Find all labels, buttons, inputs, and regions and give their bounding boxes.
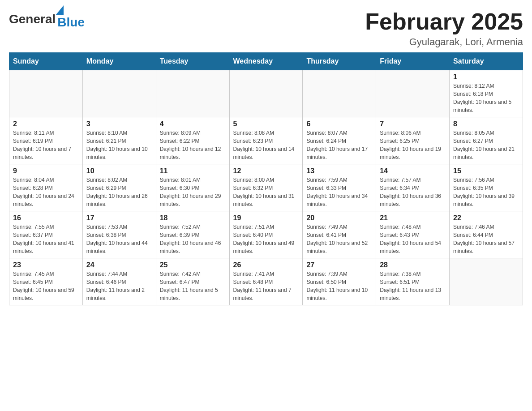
day-info: Sunrise: 7:44 AM Sunset: 6:46 PM Dayligh… [86, 270, 152, 302]
day-number: 21 [380, 214, 446, 222]
day-info: Sunrise: 7:41 AM Sunset: 6:48 PM Dayligh… [233, 270, 299, 302]
calendar-cell: 8Sunrise: 8:05 AM Sunset: 6:27 PM Daylig… [450, 117, 523, 164]
day-info: Sunrise: 7:55 AM Sunset: 6:37 PM Dayligh… [13, 223, 79, 255]
day-info: Sunrise: 7:38 AM Sunset: 6:51 PM Dayligh… [380, 270, 446, 302]
day-number: 23 [13, 261, 79, 269]
day-info: Sunrise: 8:07 AM Sunset: 6:24 PM Dayligh… [306, 129, 372, 161]
day-number: 27 [306, 261, 372, 269]
day-number: 22 [453, 214, 519, 222]
logo-triangle-icon [56, 5, 64, 15]
calendar-cell: 15Sunrise: 7:56 AM Sunset: 6:35 PM Dayli… [450, 164, 523, 211]
calendar-header-row: SundayMondayTuesdayWednesdayThursdayFrid… [9, 53, 523, 70]
day-number: 19 [233, 214, 299, 222]
day-number: 17 [86, 214, 152, 222]
calendar-cell: 28Sunrise: 7:38 AM Sunset: 6:51 PM Dayli… [376, 258, 450, 305]
calendar-cell [9, 70, 83, 117]
column-header-monday: Monday [82, 53, 156, 70]
day-info: Sunrise: 7:49 AM Sunset: 6:41 PM Dayligh… [306, 223, 372, 255]
calendar-week-row: 16Sunrise: 7:55 AM Sunset: 6:37 PM Dayli… [9, 211, 523, 258]
day-info: Sunrise: 7:42 AM Sunset: 6:47 PM Dayligh… [160, 270, 226, 302]
calendar-cell: 6Sunrise: 8:07 AM Sunset: 6:24 PM Daylig… [303, 117, 376, 164]
day-info: Sunrise: 7:59 AM Sunset: 6:33 PM Dayligh… [306, 176, 372, 208]
day-info: Sunrise: 7:39 AM Sunset: 6:50 PM Dayligh… [306, 270, 372, 302]
day-number: 15 [453, 167, 519, 175]
day-number: 28 [380, 261, 446, 269]
calendar-week-row: 2Sunrise: 8:11 AM Sunset: 6:19 PM Daylig… [9, 117, 523, 164]
calendar-cell: 7Sunrise: 8:06 AM Sunset: 6:25 PM Daylig… [376, 117, 450, 164]
calendar-cell [156, 70, 229, 117]
logo-text-blue: Blue [57, 15, 85, 30]
day-number: 20 [306, 214, 372, 222]
calendar-cell: 24Sunrise: 7:44 AM Sunset: 6:46 PM Dayli… [82, 258, 156, 305]
day-number: 3 [86, 120, 152, 128]
day-info: Sunrise: 8:08 AM Sunset: 6:23 PM Dayligh… [233, 129, 299, 161]
calendar-cell [82, 70, 156, 117]
column-header-thursday: Thursday [303, 53, 376, 70]
calendar-cell: 5Sunrise: 8:08 AM Sunset: 6:23 PM Daylig… [229, 117, 303, 164]
calendar-week-row: 1Sunrise: 8:12 AM Sunset: 6:18 PM Daylig… [9, 70, 523, 117]
day-number: 24 [86, 261, 152, 269]
day-number: 25 [160, 261, 226, 269]
logo: General Blue [9, 9, 85, 30]
day-number: 9 [13, 167, 79, 175]
column-header-tuesday: Tuesday [156, 53, 229, 70]
column-header-wednesday: Wednesday [229, 53, 303, 70]
calendar-cell [376, 70, 450, 117]
calendar-table: SundayMondayTuesdayWednesdayThursdayFrid… [9, 52, 523, 305]
page-header: General Blue February 2025 Gyulagarak, L… [9, 9, 523, 48]
day-number: 18 [160, 214, 226, 222]
day-number: 1 [453, 73, 519, 81]
day-info: Sunrise: 7:56 AM Sunset: 6:35 PM Dayligh… [453, 176, 519, 208]
calendar-cell: 21Sunrise: 7:48 AM Sunset: 6:43 PM Dayli… [376, 211, 450, 258]
calendar-cell: 16Sunrise: 7:55 AM Sunset: 6:37 PM Dayli… [9, 211, 83, 258]
logo-text-general: General [9, 12, 56, 26]
day-info: Sunrise: 8:00 AM Sunset: 6:32 PM Dayligh… [233, 176, 299, 208]
calendar-week-row: 9Sunrise: 8:04 AM Sunset: 6:28 PM Daylig… [9, 164, 523, 211]
day-info: Sunrise: 8:05 AM Sunset: 6:27 PM Dayligh… [453, 129, 519, 161]
calendar-cell: 26Sunrise: 7:41 AM Sunset: 6:48 PM Dayli… [229, 258, 303, 305]
calendar-cell: 14Sunrise: 7:57 AM Sunset: 6:34 PM Dayli… [376, 164, 450, 211]
day-number: 6 [306, 120, 372, 128]
column-header-sunday: Sunday [9, 53, 83, 70]
day-info: Sunrise: 8:06 AM Sunset: 6:25 PM Dayligh… [380, 129, 446, 161]
day-info: Sunrise: 7:45 AM Sunset: 6:45 PM Dayligh… [13, 270, 79, 302]
title-section: February 2025 Gyulagarak, Lori, Armenia [365, 9, 523, 48]
calendar-cell: 25Sunrise: 7:42 AM Sunset: 6:47 PM Dayli… [156, 258, 229, 305]
calendar-cell: 13Sunrise: 7:59 AM Sunset: 6:33 PM Dayli… [303, 164, 376, 211]
calendar-cell: 22Sunrise: 7:46 AM Sunset: 6:44 PM Dayli… [450, 211, 523, 258]
day-info: Sunrise: 8:01 AM Sunset: 6:30 PM Dayligh… [160, 176, 226, 208]
day-info: Sunrise: 8:04 AM Sunset: 6:28 PM Dayligh… [13, 176, 79, 208]
day-number: 11 [160, 167, 226, 175]
day-info: Sunrise: 7:46 AM Sunset: 6:44 PM Dayligh… [453, 223, 519, 255]
day-info: Sunrise: 8:11 AM Sunset: 6:19 PM Dayligh… [13, 129, 79, 161]
day-number: 4 [160, 120, 226, 128]
day-info: Sunrise: 7:48 AM Sunset: 6:43 PM Dayligh… [380, 223, 446, 255]
calendar-cell: 20Sunrise: 7:49 AM Sunset: 6:41 PM Dayli… [303, 211, 376, 258]
calendar-cell: 27Sunrise: 7:39 AM Sunset: 6:50 PM Dayli… [303, 258, 376, 305]
day-number: 13 [306, 167, 372, 175]
calendar-cell: 18Sunrise: 7:52 AM Sunset: 6:39 PM Dayli… [156, 211, 229, 258]
calendar-cell: 3Sunrise: 8:10 AM Sunset: 6:21 PM Daylig… [82, 117, 156, 164]
calendar-cell: 19Sunrise: 7:51 AM Sunset: 6:40 PM Dayli… [229, 211, 303, 258]
column-header-saturday: Saturday [450, 53, 523, 70]
calendar-cell [450, 258, 523, 305]
calendar-cell: 4Sunrise: 8:09 AM Sunset: 6:22 PM Daylig… [156, 117, 229, 164]
calendar-cell: 1Sunrise: 8:12 AM Sunset: 6:18 PM Daylig… [450, 70, 523, 117]
day-info: Sunrise: 7:53 AM Sunset: 6:38 PM Dayligh… [86, 223, 152, 255]
day-number: 5 [233, 120, 299, 128]
day-number: 2 [13, 120, 79, 128]
column-header-friday: Friday [376, 53, 450, 70]
day-number: 7 [380, 120, 446, 128]
day-number: 12 [233, 167, 299, 175]
day-info: Sunrise: 8:09 AM Sunset: 6:22 PM Dayligh… [160, 129, 226, 161]
day-number: 16 [13, 214, 79, 222]
calendar-cell: 10Sunrise: 8:02 AM Sunset: 6:29 PM Dayli… [82, 164, 156, 211]
day-number: 10 [86, 167, 152, 175]
calendar-title: February 2025 [365, 9, 523, 34]
day-info: Sunrise: 7:52 AM Sunset: 6:39 PM Dayligh… [160, 223, 226, 255]
calendar-cell: 2Sunrise: 8:11 AM Sunset: 6:19 PM Daylig… [9, 117, 83, 164]
calendar-cell: 9Sunrise: 8:04 AM Sunset: 6:28 PM Daylig… [9, 164, 83, 211]
day-number: 26 [233, 261, 299, 269]
calendar-cell: 12Sunrise: 8:00 AM Sunset: 6:32 PM Dayli… [229, 164, 303, 211]
day-info: Sunrise: 8:10 AM Sunset: 6:21 PM Dayligh… [86, 129, 152, 161]
